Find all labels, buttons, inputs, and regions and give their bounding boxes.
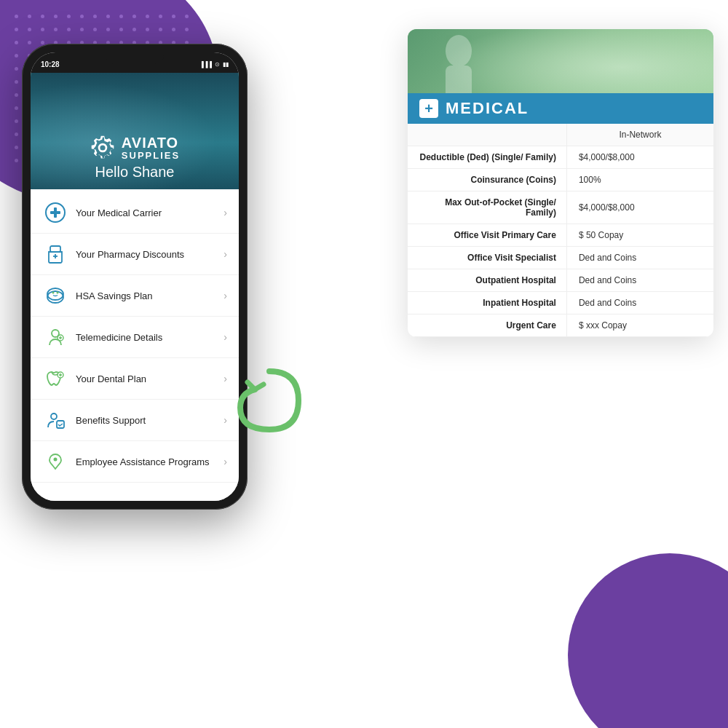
phone: 10:28 ▐▐▐ ⊙ ▮▮ AVI	[22, 44, 248, 510]
phone-screen: 10:28 ▐▐▐ ⊙ ▮▮ AVI	[31, 52, 239, 501]
dot	[106, 28, 110, 31]
medical-table-row: Outpatient HospitalDed and Coins	[408, 269, 713, 292]
menu-label-dental: Your Dental Plan	[76, 373, 223, 384]
dot	[54, 15, 58, 18]
menu-label-hsa: HSA Savings Plan	[76, 290, 223, 301]
logo-area: AVIATO SUPPLIES Hello Shane	[90, 135, 180, 181]
chevron-icon-pharmacy: ›	[223, 248, 227, 260]
menu-item-hsa[interactable]: HSA Savings Plan ›	[31, 275, 239, 317]
wifi-icon: ⊙	[215, 61, 220, 68]
medical-row-label: Deductible (Ded) (Single/ Family)	[408, 146, 566, 169]
pharmacy-icon-wrap	[42, 241, 68, 267]
medical-cross-icon	[44, 202, 66, 223]
greeting-text: Hello Shane	[95, 164, 175, 181]
medical-row-label: Max Out-of-Pocket (Single/ Family)	[408, 191, 566, 224]
medical-table: In-Network Deductible (Ded) (Single/ Fam…	[408, 124, 713, 337]
medical-row-label: Inpatient Hospital	[408, 292, 566, 314]
dot	[15, 159, 18, 162]
dot	[185, 28, 189, 31]
medical-icon-wrap	[42, 199, 68, 226]
chevron-icon-telemedicine: ›	[223, 331, 227, 343]
medical-row-value: $4,000/$8,000	[566, 191, 713, 224]
medical-table-row: Office Visit Primary Care$ 50 Copay	[408, 224, 713, 247]
dot	[15, 106, 18, 110]
medical-row-value: Ded and Coins	[566, 269, 713, 292]
menu-item-benefits[interactable]: Benefits Support ›	[31, 400, 239, 441]
dot	[15, 15, 18, 18]
chevron-icon-eap: ›	[223, 456, 227, 467]
medical-row-value: $ xxx Copay	[566, 314, 713, 337]
svg-point-7	[47, 288, 63, 300]
dot	[15, 67, 18, 71]
app-header: AVIATO SUPPLIES Hello Shane	[31, 73, 239, 189]
dot	[15, 28, 18, 31]
loop-arrow-decoration	[226, 357, 313, 444]
hsa-icon	[44, 285, 66, 306]
battery-icon: ▮▮	[223, 61, 229, 68]
dot	[159, 28, 162, 31]
logo-text-block: AVIATO SUPPLIES	[122, 135, 180, 161]
dot	[132, 28, 136, 31]
gear-icon	[90, 135, 116, 161]
dot	[15, 54, 18, 58]
dot	[15, 132, 18, 136]
medical-cross-icon	[419, 99, 438, 118]
dot	[119, 15, 123, 18]
medical-row-label: Office Visit Specialist	[408, 247, 566, 269]
table-network-header: In-Network	[566, 124, 713, 146]
dot	[80, 28, 84, 31]
logo-name: AVIATO	[122, 135, 180, 150]
svg-point-8	[52, 292, 55, 294]
logo-row: AVIATO SUPPLIES	[90, 135, 180, 161]
medical-row-value: Ded and Coins	[566, 247, 713, 269]
table-label-header	[408, 124, 566, 146]
menu-label-medical: Your Medical Carrier	[76, 207, 223, 218]
svg-point-20	[446, 35, 472, 67]
medical-card-image: MEDICAL	[408, 29, 713, 124]
dot	[28, 15, 31, 18]
dot	[93, 15, 97, 18]
dot	[41, 28, 44, 31]
menu-item-pharmacy[interactable]: Your Pharmacy Discounts ›	[31, 234, 239, 275]
medical-table-row: Office Visit SpecialistDed and Coins	[408, 247, 713, 269]
medical-title: MEDICAL	[446, 99, 529, 118]
medical-row-label: Urgent Care	[408, 314, 566, 337]
medical-row-label: Coinsurance (Coins)	[408, 169, 566, 191]
dot	[67, 15, 71, 18]
dot	[93, 28, 97, 31]
logo-sub: SUPPLIES	[122, 150, 180, 161]
dot	[28, 28, 31, 31]
dot	[119, 28, 123, 31]
menu-label-eap: Employee Assistance Programs	[76, 456, 223, 467]
dot	[15, 119, 18, 123]
dot	[172, 15, 175, 18]
medical-row-value: Ded and Coins	[566, 292, 713, 314]
dot	[15, 80, 18, 84]
dot	[159, 15, 162, 18]
medical-row-label: Outpatient Hospital	[408, 269, 566, 292]
menu-item-eap[interactable]: Employee Assistance Programs ›	[31, 441, 239, 483]
bg-circle-bottom	[568, 553, 728, 728]
eap-icon-wrap	[42, 448, 68, 475]
menu-item-telemedicine[interactable]: Telemedicine Details ›	[31, 317, 239, 358]
svg-point-9	[57, 292, 59, 294]
menu-item-medical[interactable]: Your Medical Carrier ›	[31, 192, 239, 234]
dot	[80, 15, 84, 18]
phone-notch	[106, 52, 164, 64]
dot	[15, 146, 18, 149]
medical-row-value: 100%	[566, 169, 713, 191]
medical-table-row: Inpatient HospitalDed and Coins	[408, 292, 713, 314]
dot	[15, 41, 18, 44]
pharmacy-icon	[44, 243, 66, 265]
dot	[185, 15, 189, 18]
dot	[172, 28, 175, 31]
telemedicine-icon-wrap	[42, 324, 68, 350]
svg-rect-2	[50, 211, 60, 214]
menu-item-dental[interactable]: Your Dental Plan ›	[31, 358, 239, 400]
medical-row-label: Office Visit Primary Care	[408, 224, 566, 247]
svg-point-6	[47, 291, 63, 303]
menu-label-pharmacy: Your Pharmacy Discounts	[76, 249, 223, 260]
dot	[67, 28, 71, 31]
phone-wrapper: 10:28 ▐▐▐ ⊙ ▮▮ AVI	[22, 44, 248, 510]
medical-banner: MEDICAL	[408, 93, 713, 124]
